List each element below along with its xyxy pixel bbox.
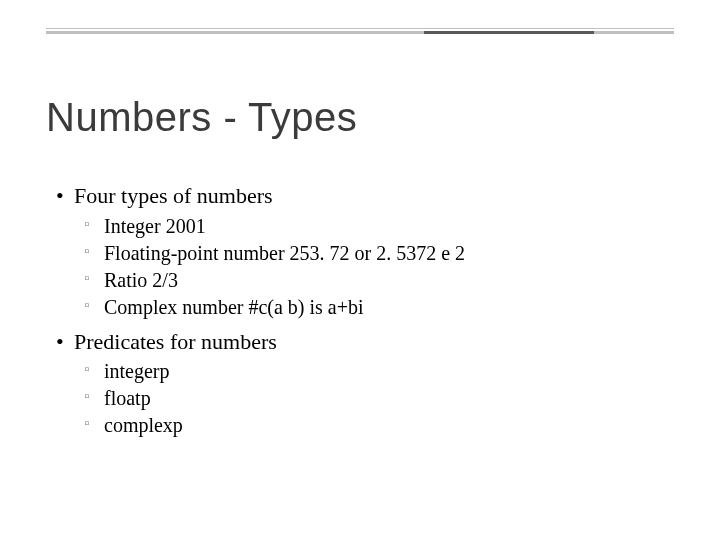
bullet-l2: Ratio 2/3 <box>84 268 674 293</box>
bullet-l2: Floating-point number 253. 72 or 2. 5372… <box>84 241 674 266</box>
slide-title: Numbers - Types <box>46 95 357 140</box>
bullet-l2: Integer 2001 <box>84 214 674 239</box>
bullet-l1: Four types of numbers <box>56 182 674 210</box>
section-1: Four types of numbers Integer 2001 Float… <box>56 182 674 320</box>
bullet-l2: integerp <box>84 359 674 384</box>
slide: Numbers - Types Four types of numbers In… <box>0 0 720 540</box>
bullet-l2: Complex number #c(a b) is a+bi <box>84 295 674 320</box>
bullet-l2: floatp <box>84 386 674 411</box>
decorative-rule <box>46 28 674 34</box>
bullet-l2: complexp <box>84 413 674 438</box>
bullet-l1: Predicates for numbers <box>56 328 674 356</box>
section-2: Predicates for numbers integerp floatp c… <box>56 328 674 439</box>
slide-content: Four types of numbers Integer 2001 Float… <box>56 178 674 446</box>
